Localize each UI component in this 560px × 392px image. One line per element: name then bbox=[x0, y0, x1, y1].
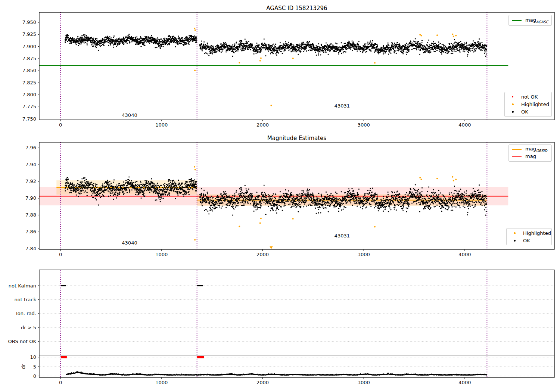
flag-label: not track bbox=[14, 297, 36, 302]
y-tick-label: 7.850 bbox=[22, 68, 36, 73]
legend-row-ok: OK bbox=[507, 109, 549, 115]
legend-row-highlighted: Highlighted bbox=[507, 102, 549, 107]
legend-row-mag-obsid: magOBSID bbox=[511, 146, 549, 153]
obsid-annotation: 43031 bbox=[335, 233, 350, 239]
y-tick-label: 7.925 bbox=[22, 31, 36, 37]
x-tick-label: 2000 bbox=[256, 380, 269, 385]
legend-row-highlighted: Highlighted bbox=[509, 230, 549, 236]
legend-label: mag bbox=[525, 153, 536, 160]
x-tick-label: 2000 bbox=[256, 252, 269, 257]
legend-row: magAGASC bbox=[511, 17, 549, 24]
y-tick-label: 7.750 bbox=[22, 116, 36, 122]
x-tick-label: 4000 bbox=[458, 380, 471, 385]
x-tick-label: 0 bbox=[59, 252, 62, 257]
legend-label: OK bbox=[523, 238, 530, 243]
x-tick-label: 4000 bbox=[458, 252, 471, 257]
legend-row-mag: mag bbox=[511, 153, 549, 160]
flag-label: dr > 5 bbox=[21, 325, 36, 330]
clipped-point-marker bbox=[270, 246, 273, 249]
dr-tick-label: 10 bbox=[30, 354, 36, 360]
y-tick-label: 7.950 bbox=[22, 19, 36, 25]
y-tick-label: 7.90 bbox=[25, 195, 36, 201]
legend-label: not OK bbox=[521, 94, 538, 100]
x-tick-label: 3000 bbox=[358, 252, 370, 257]
mag-line-sample bbox=[512, 156, 522, 158]
x-tick-label: 3000 bbox=[358, 380, 370, 385]
x-tick-label: 1000 bbox=[155, 122, 168, 128]
legend-row-ok: OK bbox=[509, 238, 549, 243]
legend-mid-lines: magOBSID mag bbox=[508, 144, 552, 162]
mag-agasc-line-sample bbox=[512, 20, 522, 21]
y-tick-label: 7.900 bbox=[22, 44, 36, 49]
legend-mid-markers: Highlighted OK bbox=[506, 228, 552, 245]
y-tick-label: 7.825 bbox=[22, 80, 36, 85]
highlighted-marker bbox=[514, 232, 516, 234]
not-ok-marker bbox=[512, 96, 513, 97]
x-tick-label: 3000 bbox=[358, 122, 370, 128]
x-tick-label: 2000 bbox=[256, 122, 269, 128]
legend-mag-agasc: magAGASC bbox=[508, 15, 552, 26]
dr-tick-label: 0 bbox=[33, 373, 36, 379]
y-tick-label: 7.94 bbox=[25, 162, 36, 167]
legend-top-markers: not OK Highlighted OK bbox=[504, 92, 552, 117]
x-tick-label: 1000 bbox=[155, 252, 168, 257]
figure: 4304043031010002000300040007.7507.7757.8… bbox=[0, 0, 560, 392]
dr-axis-label: dr bbox=[21, 364, 26, 369]
x-tick-label: 0 bbox=[59, 122, 62, 128]
mag-obsid-line-sample bbox=[512, 149, 522, 150]
highlighted-points bbox=[194, 28, 457, 106]
dr-points bbox=[66, 371, 487, 376]
ok-marker bbox=[514, 240, 516, 242]
legend-row-not-ok: not OK bbox=[507, 94, 549, 100]
axes-frame bbox=[39, 270, 554, 377]
legend-handle bbox=[511, 20, 522, 21]
x-tick-label: 1000 bbox=[155, 380, 168, 385]
obsid-annotation: 43040 bbox=[122, 112, 137, 118]
obsid-annotation: 43031 bbox=[335, 103, 350, 109]
x-tick-label: 0 bbox=[59, 380, 62, 385]
middle-panel-title: Magnitude Estimates bbox=[39, 135, 554, 141]
axes-frame bbox=[39, 12, 554, 120]
ok-points bbox=[65, 34, 487, 57]
legend-label: magAGASC bbox=[525, 17, 548, 24]
top-panel-title: AGASC ID 158213296 bbox=[39, 5, 554, 12]
highlighted-marker bbox=[512, 103, 514, 105]
figure-canvas: 4304043031010002000300040007.7507.7757.8… bbox=[0, 0, 560, 392]
y-tick-label: 7.92 bbox=[25, 178, 36, 184]
y-tick-label: 7.96 bbox=[25, 145, 36, 150]
x-tick-label: 4000 bbox=[458, 122, 471, 128]
ok-marker bbox=[512, 111, 514, 113]
legend-label: OK bbox=[521, 109, 528, 115]
flag-label: OBS not OK bbox=[8, 339, 37, 344]
flag-label: not Kalman bbox=[9, 283, 36, 289]
y-tick-label: 7.88 bbox=[25, 212, 36, 218]
y-tick-label: 7.775 bbox=[22, 104, 36, 109]
y-tick-label: 7.800 bbox=[22, 92, 36, 97]
y-tick-label: 7.84 bbox=[25, 246, 36, 251]
y-tick-label: 7.875 bbox=[22, 56, 36, 61]
y-tick-label: 7.86 bbox=[25, 229, 36, 234]
legend-label: Highlighted bbox=[523, 230, 551, 236]
flag-label: Ion. rad. bbox=[16, 311, 36, 316]
dr-tick-label: 5 bbox=[33, 364, 36, 370]
legend-label: magOBSID bbox=[525, 146, 547, 153]
legend-label: Highlighted bbox=[521, 102, 549, 107]
obsid-annotation: 43040 bbox=[122, 240, 137, 246]
